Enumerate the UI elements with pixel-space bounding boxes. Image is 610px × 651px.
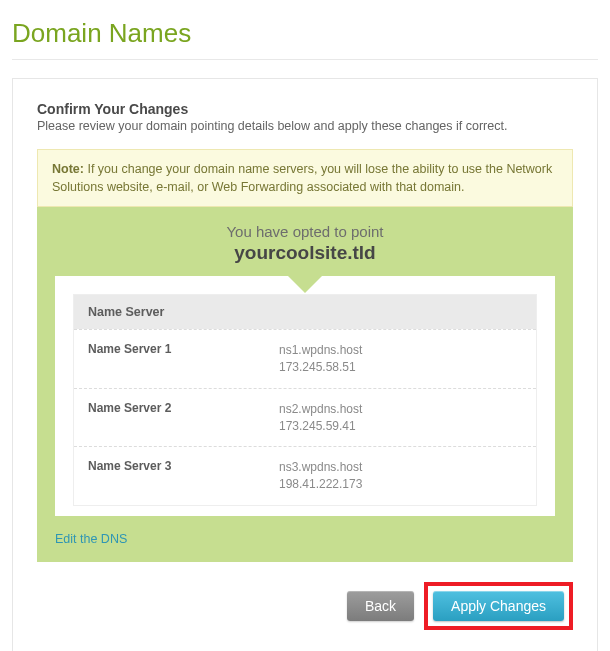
confirm-panel: Confirm Your Changes Please review your … — [12, 78, 598, 651]
table-row: Name Server 3 ns3.wpdns.host 198.41.222.… — [74, 446, 536, 505]
page-title: Domain Names — [12, 18, 598, 49]
note-label: Note: — [52, 162, 84, 176]
confirm-heading: Confirm Your Changes — [37, 101, 573, 117]
ns-ip: 198.41.222.173 — [279, 476, 362, 493]
apply-highlight: Apply Changes — [424, 582, 573, 630]
confirm-subtext: Please review your domain pointing detai… — [37, 119, 573, 133]
ns-ip: 173.245.59.41 — [279, 418, 362, 435]
ns-host: ns2.wpdns.host — [279, 401, 362, 418]
ns-host: ns3.wpdns.host — [279, 459, 362, 476]
edit-dns-link[interactable]: Edit the DNS — [55, 532, 127, 546]
point-block: You have opted to point yourcoolsite.tld… — [37, 207, 573, 562]
ns-label: Name Server 2 — [88, 401, 279, 435]
apply-changes-button[interactable]: Apply Changes — [433, 591, 564, 621]
action-bar: Back Apply Changes — [37, 582, 573, 630]
back-button[interactable]: Back — [347, 591, 414, 621]
nameserver-table: Name Server Name Server 1 ns1.wpdns.host… — [73, 294, 537, 506]
table-row: Name Server 2 ns2.wpdns.host 173.245.59.… — [74, 388, 536, 447]
nameserver-card: Name Server Name Server 1 ns1.wpdns.host… — [55, 276, 555, 516]
ns-label: Name Server 3 — [88, 459, 279, 493]
ns-host: ns1.wpdns.host — [279, 342, 362, 359]
title-divider — [12, 59, 598, 60]
table-row: Name Server 1 ns1.wpdns.host 173.245.58.… — [74, 329, 536, 388]
ns-values: ns1.wpdns.host 173.245.58.51 — [279, 342, 362, 376]
nameserver-table-header: Name Server — [74, 295, 536, 329]
pointer-arrow-icon — [287, 275, 323, 293]
opted-text: You have opted to point — [55, 223, 555, 240]
note-text: If you change your domain name servers, … — [52, 162, 552, 194]
domain-name: yourcoolsite.tld — [55, 242, 555, 264]
ns-label: Name Server 1 — [88, 342, 279, 376]
ns-ip: 173.245.58.51 — [279, 359, 362, 376]
ns-values: ns2.wpdns.host 173.245.59.41 — [279, 401, 362, 435]
note-box: Note: If you change your domain name ser… — [37, 149, 573, 207]
ns-values: ns3.wpdns.host 198.41.222.173 — [279, 459, 362, 493]
